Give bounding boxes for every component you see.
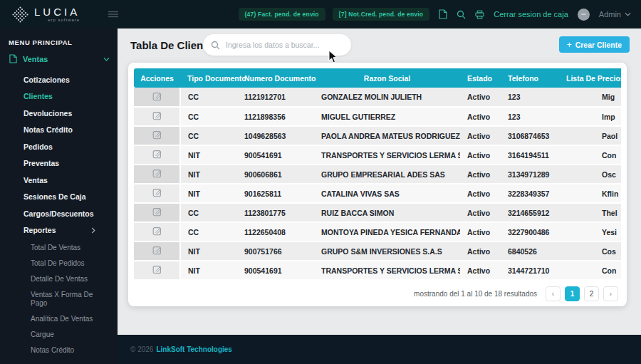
edit-action-cell[interactable]: [134, 203, 180, 222]
sidebar-section-title: MENU PRINCIPAL: [0, 28, 118, 49]
sidebar-item-pedidos[interactable]: Pedidos: [0, 138, 118, 155]
edit-action-cell[interactable]: [134, 165, 180, 184]
estado-cell: Activo: [460, 222, 501, 241]
sidebar-report-item-detalle-de-ventas[interactable]: Detalle De Ventas: [0, 271, 118, 287]
sidebar-report-item-total-de-ventas[interactable]: Total De Ventas: [0, 240, 118, 256]
sidebar-report-item-ventas-x-forma-de-pago[interactable]: Ventas X Forma De Pago: [0, 287, 118, 311]
logo-diamond-icon: [11, 6, 29, 24]
sidebar-item-label: Notas Crédito: [24, 125, 73, 134]
close-cash-session-button[interactable]: Cerrar sesion de caja: [494, 10, 568, 19]
sidebar-item-ventas-parent[interactable]: Ventas: [0, 49, 118, 68]
printer-icon[interactable]: [475, 10, 484, 19]
footer-brand-link[interactable]: LinkSoft Technologies: [156, 345, 231, 353]
column-header-razon-social: Razon Social: [314, 68, 460, 88]
sidebar-item-cargos-descuentos[interactable]: Cargos/Descuentos: [0, 205, 118, 222]
page-button-2[interactable]: 2: [584, 286, 599, 301]
sidebar-item-label: Pedidos: [24, 142, 53, 151]
sidebar-report-item-label: Detalle De Ventas: [31, 275, 98, 284]
results-summary: mostrando del 1 al 10 de 18 resultados: [414, 290, 537, 298]
numero-documento-cell: 900541691: [237, 145, 314, 165]
sidebar-item-sesiones-de-caja[interactable]: Sesiones De Caja: [0, 189, 118, 206]
edit-action-cell[interactable]: [134, 261, 180, 280]
search-icon[interactable]: [457, 10, 466, 19]
chevron-down-icon: [625, 12, 631, 16]
telefono-cell: 3214655912: [501, 203, 561, 222]
estado-cell: Activo: [460, 107, 501, 126]
edit-icon: [152, 265, 162, 274]
sidebar-item-devoluciones[interactable]: Devoluciones: [0, 105, 118, 122]
sidebar-parent-label: Ventas: [23, 55, 48, 63]
numero-documento-cell: 900541691: [237, 261, 314, 280]
table-row: NIT 900541691 TRANSPORTES Y SERVICIOS LE…: [134, 145, 621, 165]
edit-action-cell[interactable]: [134, 88, 180, 107]
chevron-down-icon: [103, 57, 110, 61]
edit-icon: [152, 150, 162, 159]
avatar[interactable]: [578, 9, 590, 21]
table-body: CC 1121912701 GONZALEZ MOLIN JULIETH Act…: [134, 88, 621, 280]
edit-action-cell[interactable]: [134, 145, 180, 165]
sidebar-item-reportes[interactable]: Reportes: [0, 222, 118, 239]
estado-cell: Activo: [460, 145, 501, 165]
edit-icon: [152, 188, 162, 197]
search-input[interactable]: [203, 34, 351, 56]
estado-cell: Activo: [460, 261, 501, 280]
edit-action-cell[interactable]: [134, 184, 180, 203]
lista-precios-cell: Kflin: [561, 184, 621, 203]
sidebar-item-cotizaciones[interactable]: Cotizaciones: [0, 71, 118, 88]
table-row: NIT 900541691 TRANSPORTES Y SERVICIOS LE…: [134, 261, 621, 280]
edit-icon: [152, 246, 162, 255]
hamburger-menu-icon[interactable]: [108, 8, 120, 21]
edit-action-cell[interactable]: [134, 107, 180, 126]
sidebar-report-item-analítica-de-ventas[interactable]: Analítica De Ventas: [0, 311, 118, 327]
user-name: Admin: [599, 10, 621, 19]
brand-name: LUCIA: [34, 6, 80, 17]
razon-social-cell: GRUPO EMPRESARIAL ADES SAS: [314, 165, 460, 184]
table-scroll-area[interactable]: AccionesTipo DocumentoNumero DocumentoRa…: [134, 68, 621, 281]
page-button-1[interactable]: 1: [565, 286, 580, 301]
edit-action-cell[interactable]: [134, 126, 180, 145]
sidebar-item-preventas[interactable]: Preventas: [0, 155, 118, 172]
sidebar-item-clientes[interactable]: Clientes: [0, 88, 118, 105]
sidebar-report-item-total-de-pedidos[interactable]: Total De Pedidos: [0, 256, 118, 271]
document-icon[interactable]: [439, 9, 447, 19]
numero-documento-cell: 901625811: [237, 184, 314, 203]
sidebar-report-item-notas-crédito[interactable]: Notas Crédito: [0, 343, 118, 358]
clients-table: AccionesTipo DocumentoNumero DocumentoRa…: [134, 68, 621, 281]
topbar-badges: (47) Fact. pend. de envio[7] Not.Cred. p…: [239, 8, 430, 21]
user-menu[interactable]: Admin: [599, 10, 631, 19]
tipo-documento-cell: CC: [180, 88, 237, 107]
table-row: CC 1121912701 GONZALEZ MOLIN JULIETH Act…: [134, 88, 621, 107]
table-row: NIT 901625811 CATALINA VIVAS SAS Activo …: [134, 184, 621, 203]
numero-documento-cell: 900606861: [237, 165, 314, 184]
copyright-text: © 2026: [130, 345, 153, 353]
create-client-button[interactable]: + Crear Cliente: [559, 36, 630, 53]
pending-invoices-badge[interactable]: (47) Fact. pend. de envio: [239, 8, 325, 21]
sidebar-item-ventas[interactable]: Ventas: [0, 172, 118, 189]
sidebar-report-item-cargue[interactable]: Cargue: [0, 327, 118, 343]
sidebar-item-label: Cotizaciones: [24, 76, 70, 84]
lista-precios-cell: Imp: [561, 107, 621, 126]
table-row: NIT 900751766 GRUPO S&M INVERSIONES S.A.…: [134, 241, 621, 261]
sidebar-item-notas-crédito[interactable]: Notas Crédito: [0, 122, 118, 139]
pending-credit-notes-badge[interactable]: [7] Not.Cred. pend. de envio: [333, 8, 429, 21]
tipo-documento-cell: NIT: [180, 145, 237, 165]
sidebar-item-label: Cargos/Descuentos: [24, 209, 94, 218]
numero-documento-cell: 1123801775: [237, 203, 314, 222]
clients-table-card: AccionesTipo DocumentoNumero DocumentoRa…: [128, 63, 627, 306]
razon-social-cell: TRANSPORTES Y SERVICIOS LERMA SAS: [314, 145, 460, 165]
lista-precios-cell: Con: [561, 261, 621, 280]
numero-documento-cell: 1121898356: [237, 107, 314, 126]
sidebar-report-item-label: Ventas X Forma De Pago: [31, 291, 98, 308]
tipo-documento-cell: CC: [180, 107, 237, 126]
estado-cell: Activo: [460, 165, 501, 184]
avatar-placeholder-dash: [581, 14, 586, 15]
edit-action-cell[interactable]: [134, 222, 180, 241]
next-page-button[interactable]: ›: [603, 286, 618, 301]
edit-action-cell[interactable]: [134, 241, 180, 261]
telefono-cell: 123: [501, 88, 561, 107]
sidebar-report-item-label: Cargue: [31, 331, 98, 339]
previous-page-button[interactable]: ‹: [546, 286, 561, 301]
sidebar-item-label: Ventas: [24, 176, 48, 184]
razon-social-cell: GONZALEZ MOLIN JULIETH: [314, 88, 460, 107]
table-header-row: AccionesTipo DocumentoNumero DocumentoRa…: [134, 68, 621, 88]
